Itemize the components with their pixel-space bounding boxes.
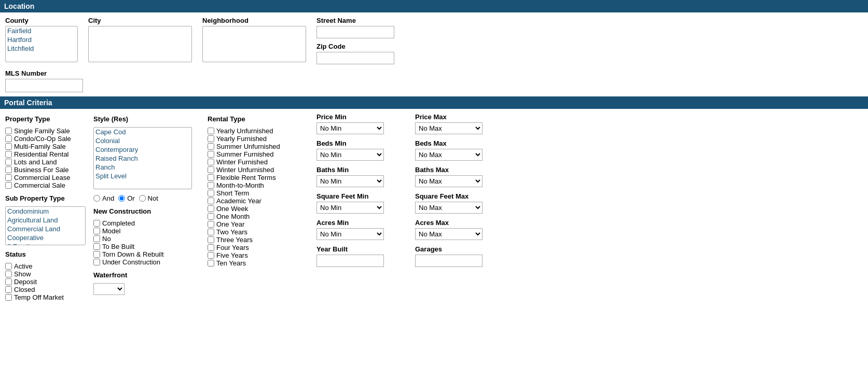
cb-winter-unfurnished[interactable] bbox=[208, 166, 214, 173]
sqft-max-label: Square Feet Max bbox=[415, 192, 508, 200]
city-select[interactable] bbox=[88, 26, 192, 62]
cb-commercial-lease-input[interactable] bbox=[5, 174, 12, 181]
baths-max-label: Baths Max bbox=[415, 166, 508, 174]
cb-show-input[interactable] bbox=[5, 271, 12, 277]
beds-max-label: Beds Max bbox=[415, 139, 508, 147]
cb-short-term[interactable] bbox=[208, 190, 214, 196]
mls-number-col: MLS Number bbox=[5, 69, 863, 92]
sqft-max-select[interactable]: No Max 5001000 bbox=[415, 202, 483, 214]
cb-condo: Condo/Co-Op Sale bbox=[5, 135, 88, 143]
price-min-group: Price Min No Min 50,000 100,000 bbox=[316, 113, 410, 134]
county-label: County bbox=[5, 17, 78, 24]
style-select[interactable]: Cape Cod Colonial Contemporary Raised Ra… bbox=[93, 127, 192, 189]
cb-four-years[interactable] bbox=[208, 244, 214, 251]
cb-summer-unfurnished[interactable] bbox=[208, 143, 214, 150]
cb-commercial-sale: Commercial Sale bbox=[5, 181, 88, 189]
garages-input[interactable] bbox=[415, 255, 483, 267]
cb-temp-off-input[interactable] bbox=[5, 294, 12, 301]
beds-max-select[interactable]: No Max 123 bbox=[415, 149, 483, 161]
zip-code-label: Zip Code bbox=[316, 43, 394, 50]
cb-one-year[interactable] bbox=[208, 221, 214, 228]
cb-multi-family: Multi-Family Sale bbox=[5, 143, 88, 150]
cb-one-week[interactable] bbox=[208, 205, 214, 212]
price-max-label: Price Max bbox=[415, 113, 508, 121]
cb-single-family-input[interactable] bbox=[5, 128, 12, 134]
sub-property-select[interactable]: Condominium Agricultural Land Commercial… bbox=[5, 206, 86, 245]
county-select[interactable]: Fairfield Hartford Litchfield bbox=[5, 26, 78, 62]
cb-deposit-input[interactable] bbox=[5, 278, 12, 285]
radio-not[interactable]: Not bbox=[139, 194, 158, 202]
col-min-values: Price Min No Min 50,000 100,000 Beds Min… bbox=[316, 113, 410, 267]
cb-one-month[interactable] bbox=[208, 213, 214, 220]
cb-academic-year[interactable] bbox=[208, 198, 214, 204]
cb-lots-land-input[interactable] bbox=[5, 159, 12, 165]
cb-commercial-sale-input[interactable] bbox=[5, 182, 12, 189]
cb-summer-furnished[interactable] bbox=[208, 151, 214, 158]
neighborhood-label: Neighborhood bbox=[202, 17, 306, 24]
price-min-label: Price Min bbox=[316, 113, 410, 121]
street-zip-col: Street Name Zip Code bbox=[316, 17, 394, 64]
cb-to-be-built-input[interactable] bbox=[93, 243, 100, 250]
waterfront-select[interactable]: Yes No bbox=[93, 283, 125, 295]
cb-ten-years[interactable] bbox=[208, 260, 214, 266]
sqft-max-group: Square Feet Max No Max 5001000 bbox=[415, 192, 508, 214]
radio-not-input[interactable] bbox=[139, 195, 146, 202]
sub-property-type-label: Sub Property Type bbox=[5, 194, 88, 202]
cb-show: Show bbox=[5, 270, 88, 278]
style-res-label: Style (Res) bbox=[93, 115, 202, 123]
radio-and-input[interactable] bbox=[93, 195, 100, 202]
cb-five-years[interactable] bbox=[208, 252, 214, 259]
acres-max-label: Acres Max bbox=[415, 219, 508, 227]
baths-max-select[interactable]: No Max 123 bbox=[415, 175, 483, 187]
radio-or-input[interactable] bbox=[118, 195, 125, 202]
beds-min-select[interactable]: No Min 123 bbox=[316, 149, 384, 161]
price-max-select[interactable]: No Max 100,000 200,000 bbox=[415, 122, 483, 134]
cb-closed-input[interactable] bbox=[5, 286, 12, 293]
cb-business-input[interactable] bbox=[5, 166, 12, 173]
baths-min-group: Baths Min No Min 123 bbox=[316, 166, 410, 187]
street-name-input[interactable] bbox=[316, 26, 394, 38]
cb-torn-down-input[interactable] bbox=[93, 251, 100, 258]
cb-flexible-rent[interactable] bbox=[208, 174, 214, 181]
cb-two-years[interactable] bbox=[208, 229, 214, 235]
cb-model: Model bbox=[93, 227, 202, 235]
new-construction-label: New Construction bbox=[93, 207, 202, 215]
mls-number-input[interactable] bbox=[5, 79, 83, 92]
baths-min-select[interactable]: No Min 123 bbox=[316, 175, 384, 187]
cb-torn-down: Torn Down & Rebuilt bbox=[93, 250, 202, 258]
cb-month-to-month[interactable] bbox=[208, 182, 214, 189]
property-type-label: Property Type bbox=[5, 115, 88, 123]
waterfront-label: Waterfront bbox=[93, 271, 202, 279]
rental-type-label: Rental Type bbox=[208, 115, 311, 123]
zip-code-input[interactable] bbox=[316, 52, 394, 64]
cb-condo-input[interactable] bbox=[5, 135, 12, 142]
cb-business: Business For Sale bbox=[5, 166, 88, 174]
cb-closed: Closed bbox=[5, 286, 88, 293]
city-label: City bbox=[88, 17, 192, 24]
acres-min-select[interactable]: No Min 0.250.51 bbox=[316, 228, 384, 240]
acres-max-select[interactable]: No Max 0.250.51 bbox=[415, 228, 483, 240]
cb-no-input[interactable] bbox=[93, 235, 100, 242]
cb-residential-rental-input[interactable] bbox=[5, 151, 12, 158]
cb-completed-input[interactable] bbox=[93, 220, 100, 227]
new-construction-checkboxes: Completed Model No To Be Built Torn Down… bbox=[93, 219, 202, 266]
cb-yearly-furnished[interactable] bbox=[208, 135, 214, 142]
price-min-select[interactable]: No Min 50,000 100,000 bbox=[316, 122, 384, 134]
cb-yearly-unfurnished[interactable] bbox=[208, 128, 214, 134]
cb-model-input[interactable] bbox=[93, 228, 100, 234]
cb-under-construction-input[interactable] bbox=[93, 259, 100, 265]
portal-header: Portal Criteria bbox=[0, 96, 868, 109]
cb-active-input[interactable] bbox=[5, 263, 12, 270]
radio-or[interactable]: Or bbox=[118, 194, 134, 202]
sqft-min-select[interactable]: No Min 5001000 bbox=[316, 202, 384, 214]
city-col: City bbox=[88, 17, 192, 62]
radio-and[interactable]: And bbox=[93, 194, 114, 202]
neighborhood-select[interactable] bbox=[202, 26, 306, 62]
year-built-group: Year Built bbox=[316, 245, 410, 267]
year-built-input[interactable] bbox=[316, 255, 384, 267]
cb-three-years[interactable] bbox=[208, 236, 214, 243]
neighborhood-col: Neighborhood bbox=[202, 17, 306, 62]
cb-winter-furnished[interactable] bbox=[208, 159, 214, 165]
garages-label: Garages bbox=[415, 245, 508, 253]
cb-multi-family-input[interactable] bbox=[5, 143, 12, 150]
